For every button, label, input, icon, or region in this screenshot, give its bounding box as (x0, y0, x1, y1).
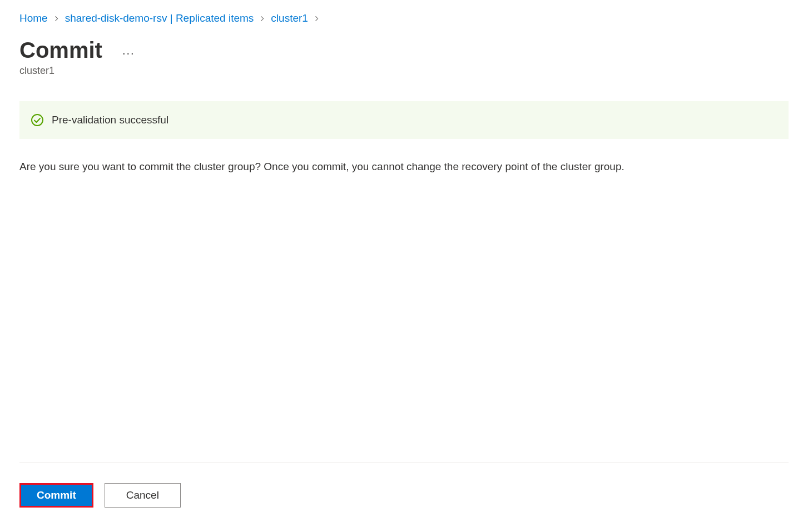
status-message: Pre-validation successful (52, 114, 168, 126)
confirmation-text: Are you sure you want to commit the clus… (19, 159, 789, 175)
chevron-right-icon (53, 16, 60, 22)
page-title: Commit (19, 38, 102, 63)
status-banner: Pre-validation successful (19, 101, 789, 139)
cancel-button[interactable]: Cancel (105, 483, 181, 508)
footer-divider (19, 463, 789, 463)
footer: Commit Cancel (19, 463, 789, 508)
svg-point-0 (32, 115, 43, 126)
check-circle-icon (31, 113, 44, 127)
commit-button[interactable]: Commit (19, 483, 93, 508)
chevron-right-icon (314, 16, 320, 22)
breadcrumb-vault[interactable]: shared-disk-demo-rsv | Replicated items (65, 12, 254, 24)
breadcrumb-home[interactable]: Home (19, 12, 48, 24)
button-row: Commit Cancel (19, 483, 789, 508)
breadcrumb-cluster[interactable]: cluster1 (271, 12, 308, 24)
breadcrumb: Home shared-disk-demo-rsv | Replicated i… (19, 12, 789, 24)
chevron-right-icon (259, 16, 265, 22)
page-subtitle: cluster1 (19, 65, 789, 77)
page-title-row: Commit ··· (19, 38, 789, 63)
more-options-button[interactable]: ··· (122, 41, 135, 59)
